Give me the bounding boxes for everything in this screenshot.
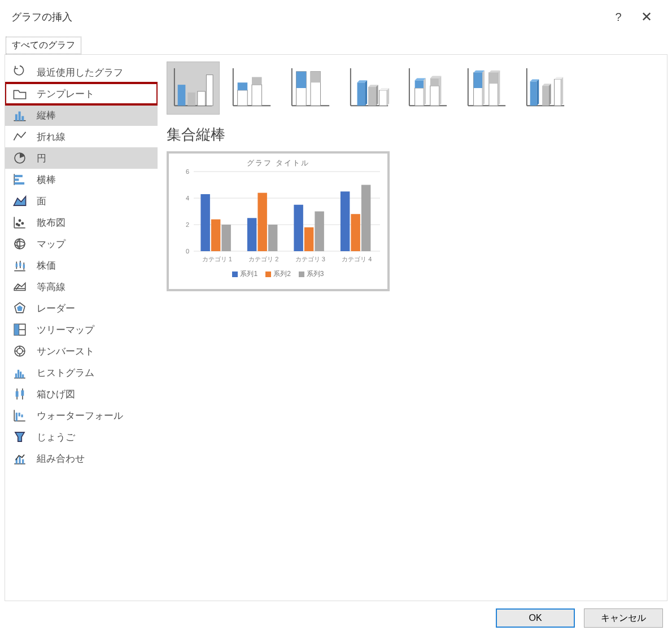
svg-rect-1 (15, 114, 18, 120)
svg-rect-139 (341, 191, 350, 251)
subtype-stacked-column[interactable] (225, 62, 278, 115)
sidebar-item-column[interactable]: 縦棒 (5, 104, 158, 126)
svg-rect-105 (489, 73, 498, 84)
ok-button[interactable]: OK (496, 608, 575, 628)
main-area: 最近使用したグラフテンプレート縦棒折れ線円横棒面散布図マップ株価等高線レーダーツ… (5, 54, 667, 601)
sidebar-item-label: ヒストグラム (37, 366, 94, 379)
legend-item: 系列1 (232, 269, 258, 279)
svg-point-14 (21, 222, 23, 224)
sidebar-item-funnel[interactable]: じょうご (5, 426, 158, 448)
svg-rect-129 (221, 225, 231, 251)
svg-rect-68 (238, 82, 248, 90)
subtype-3d-column[interactable] (519, 62, 572, 115)
svg-marker-29 (17, 305, 23, 311)
sidebar-item-surface[interactable]: 等高線 (5, 276, 158, 297)
scatter-icon (11, 214, 29, 230)
titlebar: グラフの挿入 ? ✕ (0, 0, 672, 34)
svg-text:カテゴリ 1: カテゴリ 1 (202, 256, 232, 262)
line-icon (11, 129, 29, 144)
svg-rect-7 (14, 178, 19, 181)
svg-rect-67 (238, 90, 248, 106)
svg-point-35 (17, 348, 23, 354)
svg-rect-23 (19, 262, 21, 266)
sidebar-item-templates[interactable]: テンプレート (5, 83, 158, 104)
svg-rect-33 (14, 324, 19, 335)
sidebar-item-label: 最近使用したグラフ (37, 66, 123, 79)
close-button[interactable]: ✕ (632, 9, 661, 25)
svg-text:2: 2 (186, 221, 189, 228)
map-icon (11, 236, 29, 252)
sidebar-item-combo[interactable]: 組み合わせ (5, 448, 158, 469)
svg-marker-93 (424, 78, 426, 106)
waterfall-icon (11, 408, 29, 423)
combo-icon (11, 450, 29, 466)
svg-rect-43 (20, 371, 21, 378)
sidebar-item-radar[interactable]: レーダー (5, 297, 158, 319)
sidebar-item-label: じょうご (37, 431, 75, 444)
svg-rect-3 (21, 116, 24, 121)
chart-type-sidebar: 最近使用したグラフテンプレート縦棒折れ線円横棒面散布図マップ株価等高線レーダーツ… (5, 55, 158, 601)
box-icon (11, 386, 29, 402)
svg-rect-82 (368, 87, 376, 106)
sidebar-item-area[interactable]: 面 (5, 190, 158, 212)
dialog-title: グラフの挿入 (11, 10, 72, 24)
svg-rect-52 (19, 413, 20, 417)
sidebar-item-stock[interactable]: 株価 (5, 255, 158, 276)
sidebar-item-boxwhisker[interactable]: 箱ひげ図 (5, 383, 158, 405)
subtype-100-stacked-column[interactable] (284, 62, 337, 115)
sunburst-icon (11, 343, 29, 359)
svg-marker-84 (376, 85, 378, 106)
dialog-footer: OK キャンセル (0, 601, 672, 635)
sidebar-item-scatter[interactable]: 散布図 (5, 212, 158, 233)
svg-marker-103 (482, 71, 485, 106)
sidebar-item-pie[interactable]: 円 (5, 147, 158, 169)
svg-rect-110 (530, 81, 537, 106)
svg-rect-21 (16, 264, 18, 268)
subtype-3d-100-stacked-column[interactable] (460, 62, 513, 115)
sidebar-item-label: 円 (37, 152, 46, 165)
svg-marker-107 (498, 71, 500, 106)
svg-rect-53 (21, 414, 23, 417)
svg-point-15 (18, 224, 20, 226)
svg-rect-113 (542, 86, 549, 106)
sidebar-item-label: 組み合わせ (37, 452, 85, 465)
svg-rect-133 (268, 225, 278, 251)
svg-rect-137 (315, 212, 324, 252)
svg-rect-127 (200, 194, 210, 251)
pie-icon (11, 150, 29, 166)
sidebar-item-map[interactable]: マップ (5, 233, 158, 255)
sidebar-item-label: 散布図 (37, 216, 66, 229)
cancel-button[interactable]: キャンセル (584, 608, 663, 628)
sidebar-item-histogram[interactable]: ヒストグラム (5, 362, 158, 383)
svg-marker-9 (14, 196, 25, 205)
area-icon (11, 193, 29, 209)
tab-all-charts[interactable]: すべてのグラフ (6, 37, 81, 54)
svg-rect-76 (311, 72, 321, 83)
svg-text:カテゴリ 2: カテゴリ 2 (248, 256, 278, 262)
preview-heading: 集合縦棒 (167, 125, 658, 144)
svg-rect-135 (294, 205, 303, 251)
svg-rect-25 (23, 264, 25, 268)
legend-item: 系列2 (265, 269, 291, 279)
svg-rect-69 (252, 85, 262, 106)
sidebar-item-waterfall[interactable]: ウォーターフォール (5, 405, 158, 426)
svg-text:カテゴリ 3: カテゴリ 3 (295, 256, 325, 262)
sidebar-item-bar[interactable]: 横棒 (5, 169, 158, 190)
svg-rect-74 (296, 72, 307, 88)
sidebar-item-sunburst[interactable]: サンバースト (5, 340, 158, 362)
svg-marker-112 (536, 79, 539, 106)
svg-rect-131 (247, 218, 257, 251)
svg-rect-42 (18, 370, 19, 378)
subtype-3d-stacked-column[interactable] (402, 62, 455, 115)
sidebar-item-treemap[interactable]: ツリーマップ (5, 319, 158, 340)
tabs-row: すべてのグラフ (0, 34, 672, 54)
subtype-clustered-column[interactable] (167, 62, 220, 115)
svg-rect-6 (14, 175, 23, 177)
radar-icon (11, 300, 29, 316)
help-button[interactable]: ? (604, 11, 632, 24)
svg-marker-87 (387, 88, 389, 106)
subtype-3d-clustered-column[interactable] (343, 62, 396, 115)
chart-preview[interactable]: グラフ タイトル 0246カテゴリ 1カテゴリ 2カテゴリ 3カテゴリ 4 系列… (167, 151, 390, 291)
sidebar-item-recent[interactable]: 最近使用したグラフ (5, 62, 158, 83)
sidebar-item-line[interactable]: 折れ線 (5, 126, 158, 147)
